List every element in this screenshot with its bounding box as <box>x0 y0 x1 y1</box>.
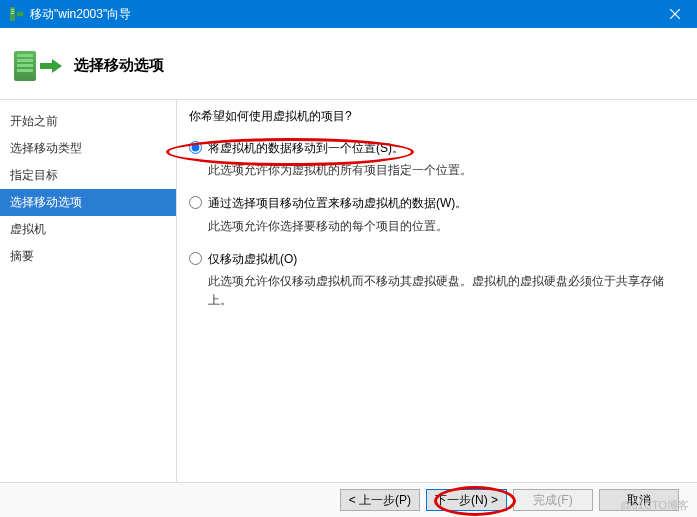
svg-rect-2 <box>11 11 14 12</box>
option-move-vm-only-label: 仅移动虚拟机(O) <box>208 250 677 269</box>
wizard-header: 选择移动选项 <box>0 28 697 100</box>
wizard-icon <box>10 51 66 81</box>
option-move-all-label: 将虚拟机的数据移动到一个位置(S)。 <box>208 139 677 158</box>
finish-button: 完成(F) <box>513 489 593 511</box>
step-before-begin[interactable]: 开始之前 <box>0 108 176 135</box>
close-icon <box>670 9 680 19</box>
svg-marker-7 <box>40 59 62 73</box>
option-move-vm-only-desc: 此选项允许你仅移动虚拟机而不移动其虚拟硬盘。虚拟机的虚拟硬盘必须位于共享存储上。 <box>208 272 677 310</box>
close-button[interactable] <box>652 0 697 28</box>
option-move-by-item-desc: 此选项允许你选择要移动的每个项目的位置。 <box>208 217 677 236</box>
svg-rect-1 <box>11 9 14 10</box>
watermark-text: @51CTO博客 <box>621 498 689 513</box>
next-button[interactable]: 下一步(N) > <box>426 489 507 511</box>
wizard-main-panel: 你希望如何使用虚拟机的项目? 将虚拟机的数据移动到一个位置(S)。 此选项允许你… <box>176 100 697 482</box>
radio-group: 将虚拟机的数据移动到一个位置(S)。 此选项允许你为虚拟机的所有项目指定一个位置… <box>189 139 677 310</box>
step-summary[interactable]: 摘要 <box>0 243 176 270</box>
app-icon <box>8 6 24 22</box>
option-move-vm-only[interactable]: 仅移动虚拟机(O) 此选项允许你仅移动虚拟机而不移动其虚拟硬盘。虚拟机的虚拟硬盘… <box>189 250 677 311</box>
option-move-by-item-label: 通过选择项目移动位置来移动虚拟机的数据(W)。 <box>208 194 677 213</box>
step-move-type[interactable]: 选择移动类型 <box>0 135 176 162</box>
step-move-options[interactable]: 选择移动选项 <box>0 189 176 216</box>
option-move-by-item[interactable]: 通过选择项目移动位置来移动虚拟机的数据(W)。 此选项允许你选择要移动的每个项目… <box>189 194 677 235</box>
option-move-all[interactable]: 将虚拟机的数据移动到一个位置(S)。 此选项允许你为虚拟机的所有项目指定一个位置… <box>189 139 677 180</box>
wizard-steps-sidebar: 开始之前 选择移动类型 指定目标 选择移动选项 虚拟机 摘要 <box>0 100 176 482</box>
page-heading: 选择移动选项 <box>74 56 164 75</box>
step-virtual-machine[interactable]: 虚拟机 <box>0 216 176 243</box>
window-title: 移动"win2003"向导 <box>30 6 131 23</box>
option-move-all-desc: 此选项允许你为虚拟机的所有项目指定一个位置。 <box>208 161 677 180</box>
question-text: 你希望如何使用虚拟机的项目? <box>189 108 677 125</box>
radio-move-all[interactable] <box>189 141 202 154</box>
svg-marker-4 <box>17 10 24 18</box>
radio-move-vm-only[interactable] <box>189 252 202 265</box>
arrow-right-icon <box>40 58 62 74</box>
server-icon <box>14 51 36 81</box>
titlebar: 移动"win2003"向导 <box>0 0 697 28</box>
step-specify-target[interactable]: 指定目标 <box>0 162 176 189</box>
radio-move-by-item[interactable] <box>189 196 202 209</box>
wizard-body: 开始之前 选择移动类型 指定目标 选择移动选项 虚拟机 摘要 你希望如何使用虚拟… <box>0 100 697 482</box>
prev-button[interactable]: < 上一步(P) <box>340 489 420 511</box>
svg-rect-3 <box>11 13 14 14</box>
wizard-footer: < 上一步(P) 下一步(N) > 完成(F) 取消 <box>0 482 697 517</box>
